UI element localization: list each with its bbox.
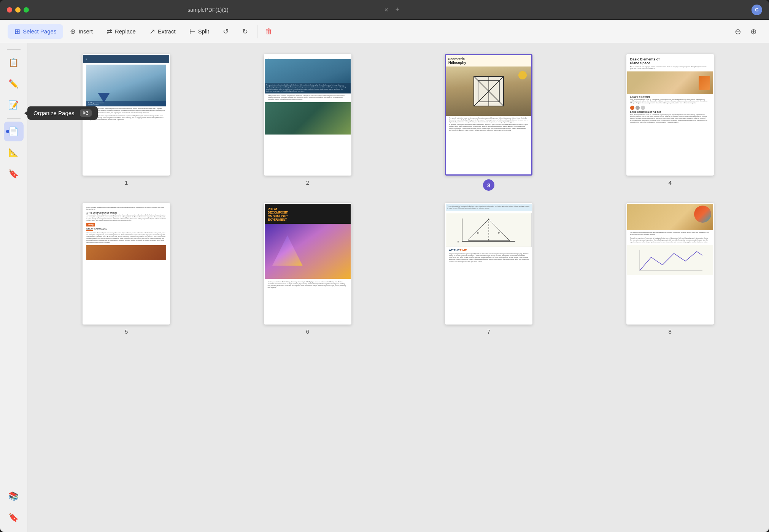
traffic-lights	[7, 7, 29, 13]
avatar: C	[752, 5, 762, 15]
stamp-icon: 🔖	[8, 169, 19, 179]
forms-icon: 📐	[8, 148, 19, 158]
replace-button[interactable]: ⇄ Replace	[100, 24, 143, 39]
page-container-2: 2 The practical results show that throug…	[222, 54, 393, 191]
page-number-4: 4	[669, 179, 672, 186]
replace-icon: ⇄	[106, 27, 112, 36]
close-button[interactable]	[7, 7, 12, 13]
sidebar-item-stamp[interactable]: 🔖	[4, 164, 24, 184]
split-label: Split	[198, 28, 209, 35]
bookmark-icon: 🔖	[8, 513, 19, 522]
zoom-out-button[interactable]: ⊖	[730, 24, 746, 39]
page-number-8: 8	[669, 328, 672, 335]
page-badge-3: 3	[483, 179, 494, 191]
sidebar-separator-top	[7, 49, 21, 50]
page-thumb-4[interactable]: Basic Elements ofPlane Space Any art con…	[626, 54, 714, 176]
minimize-button[interactable]	[15, 7, 21, 13]
rotate-right-icon: ↻	[242, 27, 248, 36]
tooltip-label: Organize Pages	[33, 110, 75, 116]
insert-icon: ⊕	[70, 27, 76, 36]
page-container-8: This experiment can be repeated over and…	[585, 203, 756, 335]
svg-text:M: M	[477, 232, 479, 234]
svg-line-11	[489, 219, 510, 241]
tab-add-icon[interactable]: +	[396, 6, 400, 14]
toolbar: ⊞ Select Pages ⊕ Insert ⇄ Replace ↗ Extr…	[0, 20, 769, 43]
rotate-left-icon: ↺	[223, 27, 229, 36]
main-layout: 📋 ✏️ 📝 📄 📐 🔖 📚 🔖	[0, 43, 769, 532]
page-container-5: Points also have dominant and recessive …	[41, 203, 212, 335]
extract-icon: ↗	[149, 27, 155, 36]
rotate-right-button[interactable]: ↻	[235, 24, 255, 39]
tab-close-icon[interactable]: ✕	[384, 7, 389, 13]
page-container-6: PRISMDECOMPOSITION SUNLIGHTEXPERIMENT Ne…	[222, 203, 393, 335]
page-number-6: 6	[306, 328, 309, 335]
replace-label: Replace	[115, 28, 136, 35]
page-container-7: These studies laid the foundation for th…	[404, 203, 574, 335]
select-pages-icon: ⊞	[14, 27, 20, 36]
page-container-4: Basic Elements ofPlane Space Any art con…	[585, 54, 756, 191]
delete-button[interactable]: 🗑	[260, 24, 278, 39]
sidebar-item-organize[interactable]: 📄	[4, 122, 24, 141]
sidebar-item-forms[interactable]: 📐	[4, 143, 24, 163]
split-button[interactable]: ⊢ Split	[183, 24, 216, 39]
titlebar: samplePDF(1)(1) ✕ + C	[0, 0, 769, 20]
zoom-in-button[interactable]: ⊕	[746, 24, 761, 39]
sidebar-item-annotate[interactable]: ✏️	[4, 74, 24, 94]
rotate-left-button[interactable]: ↺	[216, 24, 235, 39]
page-container-1: 1 Building environment information model…	[41, 54, 212, 191]
page-number-2: 2	[306, 179, 309, 186]
sidebar-item-bookmark[interactable]: 🔖	[4, 508, 24, 527]
insert-label: Insert	[78, 28, 93, 35]
pages-grid: 1 Building environment information model…	[41, 54, 755, 335]
pages-icon: 📋	[8, 58, 19, 68]
content-area[interactable]: 1 Building environment information model…	[27, 43, 769, 532]
window-title: samplePDF(1)(1)	[36, 7, 380, 13]
layers-icon: 📚	[8, 491, 19, 501]
maximize-button[interactable]	[24, 7, 29, 13]
svg-text:B: B	[458, 241, 459, 243]
tooltip: Organize Pages ⌘3	[27, 106, 98, 120]
svg-line-10	[468, 219, 489, 241]
annotate-icon: ✏️	[8, 79, 19, 89]
sidebar-item-edit[interactable]: 📝	[4, 95, 24, 115]
page-thumb-3[interactable]: GeometricPhilosophy	[445, 54, 532, 176]
page-thumb-7[interactable]: These studies laid the foundation for th…	[445, 203, 532, 325]
page-number-5: 5	[125, 328, 128, 335]
page-container-3: GeometricPhilosophy	[404, 54, 574, 191]
sidebar: 📋 ✏️ 📝 📄 📐 🔖 📚 🔖	[0, 43, 27, 532]
organize-icon: 📄	[8, 127, 19, 136]
page-thumb-5[interactable]: Points also have dominant and recessive …	[83, 203, 170, 325]
active-indicator	[6, 130, 9, 133]
split-icon: ⊢	[189, 27, 195, 36]
app-window: samplePDF(1)(1) ✕ + C ⊞ Select Pages ⊕ I…	[0, 0, 769, 532]
edit-icon: 📝	[8, 100, 19, 110]
page-number-1: 1	[125, 179, 128, 186]
extract-label: Extract	[158, 28, 176, 35]
extract-button[interactable]: ↗ Extract	[143, 24, 183, 39]
tooltip-shortcut: ⌘3	[80, 109, 92, 117]
select-pages-label: Select Pages	[23, 28, 56, 35]
select-pages-button[interactable]: ⊞ Select Pages	[8, 24, 63, 39]
page-thumb-2[interactable]: 2 The practical results show that throug…	[264, 54, 351, 176]
page-thumb-6[interactable]: PRISMDECOMPOSITION SUNLIGHTEXPERIMENT Ne…	[264, 203, 351, 325]
page-thumb-8[interactable]: This experiment can be repeated over and…	[626, 203, 714, 325]
sidebar-item-layers[interactable]: 📚	[4, 486, 24, 506]
sidebar-item-pages[interactable]: 📋	[4, 53, 24, 73]
sidebar-separator-mid	[7, 118, 21, 119]
svg-text:M: M	[498, 232, 500, 234]
page-number-7: 7	[487, 328, 490, 335]
toolbar-divider	[257, 25, 257, 38]
insert-button[interactable]: ⊕ Insert	[63, 24, 100, 39]
